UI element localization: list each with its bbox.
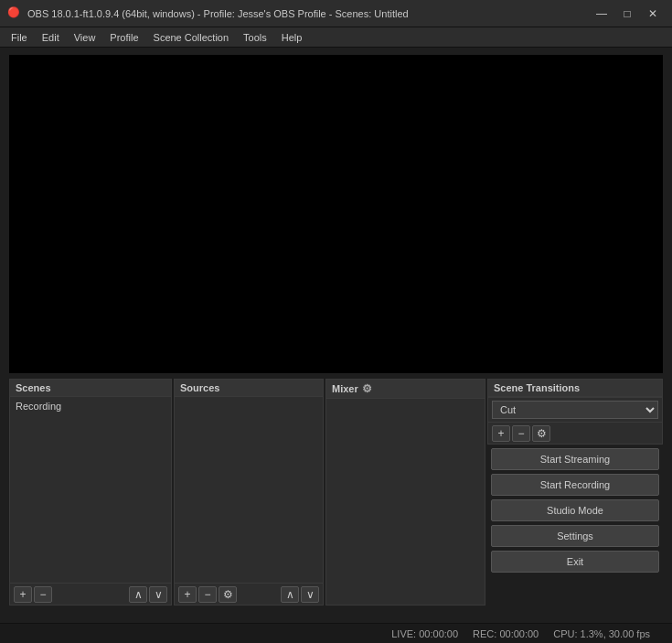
menu-item-edit[interactable]: Edit [35, 27, 67, 48]
studio-mode-button[interactable]: Studio Mode [491, 499, 659, 521]
transition-toolbar: + − ⚙ [487, 423, 663, 445]
live-label: LIVE: 00:00:00 [391, 628, 458, 639]
menu-item-file[interactable]: File [4, 27, 35, 48]
transition-add-button[interactable]: + [492, 425, 510, 442]
settings-button[interactable]: Settings [491, 525, 659, 547]
bottom-panels: Scenes Recording + − ∧ ∨ Sources + − ⚙ ∧… [0, 379, 672, 605]
preview-canvas [9, 55, 663, 373]
minimize-button[interactable]: — [590, 4, 613, 24]
scenes-panel-content: Recording [10, 397, 171, 583]
mixer-gear-icon[interactable]: ⚙ [362, 382, 372, 395]
menu-item-view[interactable]: View [67, 27, 103, 48]
sources-down-button[interactable]: ∨ [301, 586, 319, 603]
sources-panel: Sources + − ⚙ ∧ ∨ [174, 379, 324, 605]
transition-select[interactable]: CutFadeSwipeSlideStingerFade to ColorLum… [492, 401, 658, 419]
cpu-label: CPU: 1.3%, 30.00 fps [553, 628, 650, 639]
statusbar: LIVE: 00:00:00 REC: 00:00:00 CPU: 1.3%, … [0, 623, 672, 643]
start-recording-button[interactable]: Start Recording [491, 474, 659, 496]
mixer-panel: Mixer ⚙ [325, 379, 485, 605]
mixer-panel-header: Mixer ⚙ [326, 380, 485, 399]
close-button[interactable]: ✕ [641, 4, 665, 24]
transitions-buttons: Start StreamingStart RecordingStudio Mod… [487, 445, 663, 578]
menu-item-scene-collection[interactable]: Scene Collection [146, 27, 237, 48]
menu-item-tools[interactable]: Tools [236, 27, 274, 48]
preview-area [0, 48, 672, 377]
transition-settings-button[interactable]: ⚙ [532, 425, 550, 442]
sources-settings-button[interactable]: ⚙ [219, 586, 237, 603]
sources-panel-header: Sources [175, 380, 323, 397]
sources-panel-content [175, 397, 323, 583]
window-title: OBS 18.0.1-ft1.0.9.4 (64bit, windows) - … [27, 8, 590, 19]
maximize-button[interactable]: □ [615, 4, 639, 24]
window-controls: — □ ✕ [590, 4, 665, 24]
sources-toolbar: + − ⚙ ∧ ∨ [175, 583, 323, 605]
mixer-panel-content [326, 399, 485, 605]
transition-remove-button[interactable]: − [512, 425, 530, 442]
sources-add-button[interactable]: + [178, 586, 197, 603]
sources-remove-button[interactable]: − [198, 586, 217, 603]
scenes-down-button[interactable]: ∨ [149, 586, 167, 603]
menu-item-profile[interactable]: Profile [102, 27, 145, 48]
app-icon: 🔴 [7, 6, 22, 21]
scenes-up-button[interactable]: ∧ [129, 586, 147, 603]
scenes-remove-button[interactable]: − [34, 586, 52, 603]
menubar: FileEditViewProfileScene CollectionTools… [0, 27, 672, 48]
scenes-panel: Scenes Recording + − ∧ ∨ [9, 379, 172, 605]
scenes-add-button[interactable]: + [14, 586, 32, 603]
scene-transitions-panel: Scene Transitions CutFadeSwipeSlideSting… [487, 379, 663, 605]
mixer-label: Mixer [332, 383, 358, 394]
exit-button[interactable]: Exit [491, 551, 659, 573]
rec-label: REC: 00:00:00 [473, 628, 539, 639]
titlebar: 🔴 OBS 18.0.1-ft1.0.9.4 (64bit, windows) … [0, 0, 672, 27]
scenes-panel-header: Scenes [10, 380, 171, 397]
menu-item-help[interactable]: Help [274, 27, 310, 48]
sources-up-button[interactable]: ∧ [281, 586, 299, 603]
start-streaming-button[interactable]: Start Streaming [491, 448, 659, 470]
transition-select-row: CutFadeSwipeSlideStingerFade to ColorLum… [487, 397, 663, 423]
scene-item-recording[interactable]: Recording [10, 397, 171, 415]
scenes-toolbar: + − ∧ ∨ [10, 583, 171, 605]
scene-transitions-header: Scene Transitions [487, 379, 663, 397]
